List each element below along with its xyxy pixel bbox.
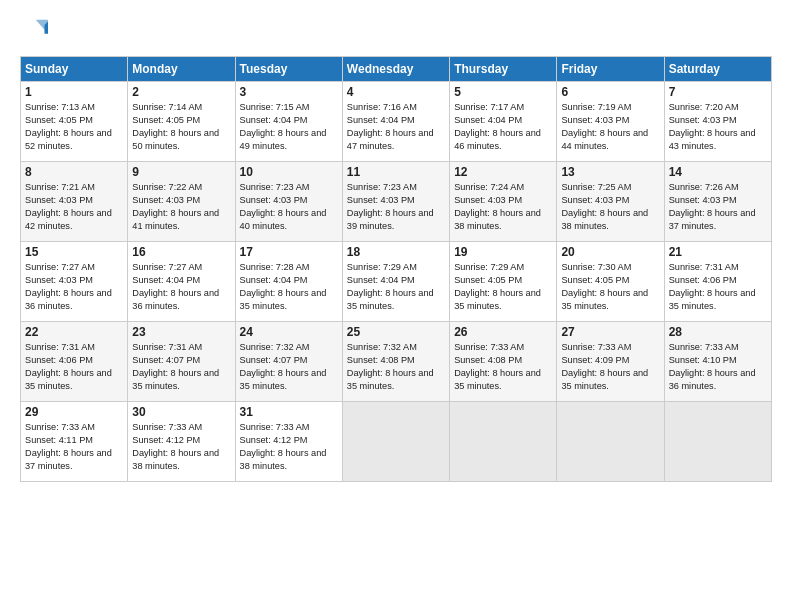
table-row: 6Sunrise: 7:19 AMSunset: 4:03 PMDaylight…	[557, 82, 664, 162]
calendar-row: 22Sunrise: 7:31 AMSunset: 4:06 PMDayligh…	[21, 322, 772, 402]
table-row: 17Sunrise: 7:28 AMSunset: 4:04 PMDayligh…	[235, 242, 342, 322]
table-row: 10Sunrise: 7:23 AMSunset: 4:03 PMDayligh…	[235, 162, 342, 242]
header-sunday: Sunday	[21, 57, 128, 82]
table-row	[664, 402, 771, 482]
table-row: 4Sunrise: 7:16 AMSunset: 4:04 PMDaylight…	[342, 82, 449, 162]
table-row: 8Sunrise: 7:21 AMSunset: 4:03 PMDaylight…	[21, 162, 128, 242]
table-row: 24Sunrise: 7:32 AMSunset: 4:07 PMDayligh…	[235, 322, 342, 402]
table-row: 5Sunrise: 7:17 AMSunset: 4:04 PMDaylight…	[450, 82, 557, 162]
calendar-row: 1Sunrise: 7:13 AMSunset: 4:05 PMDaylight…	[21, 82, 772, 162]
header	[20, 18, 772, 46]
calendar-row: 15Sunrise: 7:27 AMSunset: 4:03 PMDayligh…	[21, 242, 772, 322]
header-monday: Monday	[128, 57, 235, 82]
table-row: 7Sunrise: 7:20 AMSunset: 4:03 PMDaylight…	[664, 82, 771, 162]
table-row	[450, 402, 557, 482]
table-row: 16Sunrise: 7:27 AMSunset: 4:04 PMDayligh…	[128, 242, 235, 322]
table-row: 26Sunrise: 7:33 AMSunset: 4:08 PMDayligh…	[450, 322, 557, 402]
table-row: 12Sunrise: 7:24 AMSunset: 4:03 PMDayligh…	[450, 162, 557, 242]
weekday-header-row: Sunday Monday Tuesday Wednesday Thursday…	[21, 57, 772, 82]
calendar-table: Sunday Monday Tuesday Wednesday Thursday…	[20, 56, 772, 482]
header-tuesday: Tuesday	[235, 57, 342, 82]
table-row: 9Sunrise: 7:22 AMSunset: 4:03 PMDaylight…	[128, 162, 235, 242]
table-row: 27Sunrise: 7:33 AMSunset: 4:09 PMDayligh…	[557, 322, 664, 402]
table-row: 29Sunrise: 7:33 AMSunset: 4:11 PMDayligh…	[21, 402, 128, 482]
table-row: 25Sunrise: 7:32 AMSunset: 4:08 PMDayligh…	[342, 322, 449, 402]
table-row: 15Sunrise: 7:27 AMSunset: 4:03 PMDayligh…	[21, 242, 128, 322]
table-row: 11Sunrise: 7:23 AMSunset: 4:03 PMDayligh…	[342, 162, 449, 242]
table-row	[342, 402, 449, 482]
table-row: 21Sunrise: 7:31 AMSunset: 4:06 PMDayligh…	[664, 242, 771, 322]
logo	[20, 18, 52, 46]
table-row: 19Sunrise: 7:29 AMSunset: 4:05 PMDayligh…	[450, 242, 557, 322]
calendar-page: Sunday Monday Tuesday Wednesday Thursday…	[0, 0, 792, 612]
header-wednesday: Wednesday	[342, 57, 449, 82]
table-row: 1Sunrise: 7:13 AMSunset: 4:05 PMDaylight…	[21, 82, 128, 162]
header-friday: Friday	[557, 57, 664, 82]
calendar-row: 29Sunrise: 7:33 AMSunset: 4:11 PMDayligh…	[21, 402, 772, 482]
table-row: 18Sunrise: 7:29 AMSunset: 4:04 PMDayligh…	[342, 242, 449, 322]
table-row: 13Sunrise: 7:25 AMSunset: 4:03 PMDayligh…	[557, 162, 664, 242]
calendar-row: 8Sunrise: 7:21 AMSunset: 4:03 PMDaylight…	[21, 162, 772, 242]
header-saturday: Saturday	[664, 57, 771, 82]
table-row: 28Sunrise: 7:33 AMSunset: 4:10 PMDayligh…	[664, 322, 771, 402]
table-row: 3Sunrise: 7:15 AMSunset: 4:04 PMDaylight…	[235, 82, 342, 162]
table-row: 30Sunrise: 7:33 AMSunset: 4:12 PMDayligh…	[128, 402, 235, 482]
logo-icon	[20, 18, 48, 46]
table-row: 23Sunrise: 7:31 AMSunset: 4:07 PMDayligh…	[128, 322, 235, 402]
table-row: 31Sunrise: 7:33 AMSunset: 4:12 PMDayligh…	[235, 402, 342, 482]
table-row	[557, 402, 664, 482]
table-row: 20Sunrise: 7:30 AMSunset: 4:05 PMDayligh…	[557, 242, 664, 322]
table-row: 14Sunrise: 7:26 AMSunset: 4:03 PMDayligh…	[664, 162, 771, 242]
table-row: 22Sunrise: 7:31 AMSunset: 4:06 PMDayligh…	[21, 322, 128, 402]
header-thursday: Thursday	[450, 57, 557, 82]
table-row: 2Sunrise: 7:14 AMSunset: 4:05 PMDaylight…	[128, 82, 235, 162]
